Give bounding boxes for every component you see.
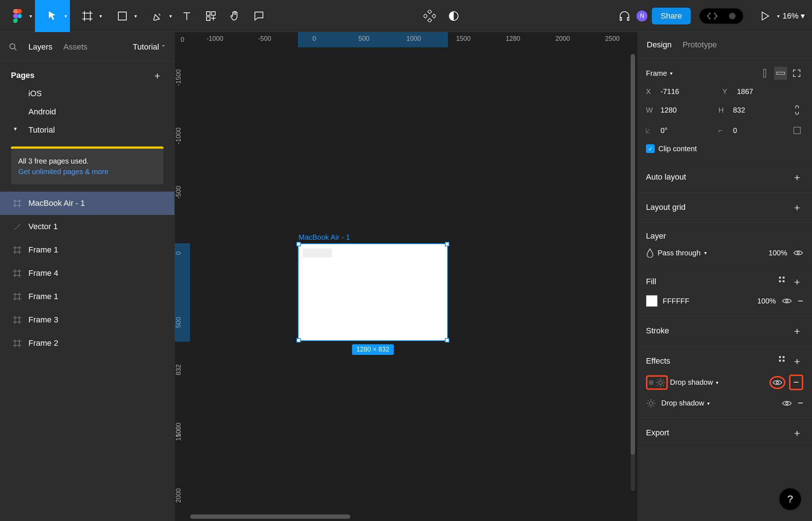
move-tool[interactable]: ▾	[35, 0, 70, 32]
layer-row[interactable]: MacBook Air - 1	[0, 192, 174, 215]
fill-opacity[interactable]: 100%	[757, 297, 776, 305]
audio-button[interactable]	[612, 0, 636, 32]
h-input[interactable]	[732, 106, 776, 115]
tab-assets[interactable]: Assets	[63, 42, 87, 52]
resize-horizontal-button[interactable]	[774, 67, 787, 80]
hand-tool[interactable]	[223, 0, 247, 32]
shape-tool[interactable]: ▾	[105, 0, 140, 32]
remove-fill[interactable]: −	[798, 295, 803, 307]
share-button[interactable]: Share	[652, 8, 691, 24]
resize-vertical-button[interactable]	[758, 67, 771, 80]
layer-row[interactable]: Frame 1	[0, 238, 174, 262]
remove-effect-1[interactable]: −	[791, 377, 801, 388]
page-item-android[interactable]: Android	[0, 103, 174, 121]
svg-rect-13	[777, 72, 785, 74]
help-button[interactable]: ?	[779, 488, 801, 510]
tab-prototype[interactable]: Prototype	[682, 40, 717, 50]
add-layout-grid[interactable]: ＋	[791, 201, 803, 214]
add-fill[interactable]: ＋	[791, 275, 803, 288]
frame-preset-dropdown[interactable]: Frame▾	[646, 69, 673, 78]
x-input[interactable]	[660, 87, 703, 96]
add-stroke[interactable]: ＋	[791, 325, 803, 337]
horizontal-ruler: -1000-500050010001500128020002500	[190, 32, 637, 47]
style-icon[interactable]	[778, 275, 786, 283]
text-tool[interactable]	[175, 0, 199, 32]
add-export[interactable]: ＋	[791, 427, 803, 439]
search-icon[interactable]	[9, 43, 17, 51]
hand-icon	[230, 11, 240, 21]
effect-type-dropdown-2[interactable]: Drop shadow▾	[661, 399, 710, 407]
page-item-ios[interactable]: iOS	[0, 85, 174, 103]
effect-settings-icon[interactable]	[655, 377, 666, 388]
radius-icon: ⌐	[718, 126, 729, 135]
highlight-ring-3: −	[789, 375, 803, 390]
blend-mode-dropdown[interactable]: Pass through▾	[646, 248, 707, 258]
layer-opacity-value[interactable]: 100%	[769, 249, 787, 257]
add-page-button[interactable]: ＋	[151, 69, 163, 82]
present-button[interactable]: ▾	[748, 0, 783, 32]
style-icon[interactable]	[778, 355, 786, 363]
resources-tool[interactable]	[199, 0, 223, 32]
pen-tool[interactable]: ▾	[140, 0, 175, 32]
ruler-tick: -1500	[175, 69, 182, 86]
page-item-tutorial[interactable]: Tutorial	[0, 121, 174, 139]
highlight-ring-2	[769, 376, 785, 389]
w-input[interactable]	[660, 106, 703, 115]
add-effect[interactable]: ＋	[791, 355, 803, 367]
drag-handle-icon[interactable]	[648, 380, 654, 385]
tab-layers[interactable]: Layers	[28, 42, 52, 52]
frame-label[interactable]: MacBook Air - 1	[299, 233, 350, 242]
resize-fit-button[interactable]	[790, 67, 803, 80]
independent-corners[interactable]	[791, 124, 803, 137]
comment-tool[interactable]	[247, 0, 271, 32]
eye-icon[interactable]	[793, 249, 803, 256]
ruler-selection-v	[175, 243, 190, 342]
dev-mode-toggle[interactable]	[699, 8, 743, 24]
eye-icon[interactable]	[782, 400, 792, 407]
eye-icon[interactable]	[782, 297, 792, 305]
tab-design[interactable]: Design	[647, 40, 671, 50]
resize-h-icon	[776, 70, 785, 77]
main-menu-button[interactable]: ▾	[0, 0, 35, 32]
svg-point-26	[776, 381, 779, 384]
ruler-tick: 1500	[438, 32, 488, 47]
chevron-down-icon: ⌃	[161, 44, 166, 50]
dark-mode-toggle[interactable]	[442, 0, 466, 32]
add-auto-layout[interactable]: ＋	[791, 171, 803, 183]
canvas[interactable]: 0 -1000-500050010001500128020002500 -150…	[175, 32, 637, 521]
constrain-proportions[interactable]	[791, 103, 803, 117]
layer-row[interactable]: Frame 2	[0, 332, 174, 355]
eye-icon[interactable]	[772, 379, 783, 386]
svg-point-19	[783, 280, 785, 282]
effect-type-dropdown-1[interactable]: Drop shadow▾	[670, 378, 718, 387]
layer-row[interactable]: Frame 1	[0, 285, 174, 308]
zoom-menu[interactable]: 16%▾	[783, 11, 812, 21]
plugins-button[interactable]	[418, 0, 442, 32]
effect-settings-icon[interactable]	[646, 398, 656, 408]
file-name-dropdown[interactable]: Tutorial⌃	[133, 42, 166, 52]
rotation-input[interactable]	[660, 126, 703, 135]
ruler-tick: 832	[175, 364, 182, 375]
chevron-down-icon: ▾	[670, 70, 673, 76]
layer-row[interactable]: Frame 4	[0, 262, 174, 285]
remove-effect-2[interactable]: −	[798, 397, 803, 409]
clip-content-checkbox[interactable]: ✓	[646, 144, 655, 153]
horizontal-scrollbar[interactable]	[190, 514, 350, 519]
upgrade-link[interactable]: Get unlimited pages & more	[18, 168, 109, 176]
right-panel: Design Prototype Frame▾ X Y W H ⟀ ⌐	[637, 32, 812, 521]
frame-tool[interactable]: ▾	[70, 0, 105, 32]
fill-hex[interactable]: FFFFFF	[663, 297, 689, 305]
upgrade-notice: All 3 free pages used. Get unlimited pag…	[11, 146, 163, 184]
left-panel: Layers Assets Tutorial⌃ Pages ＋ iOS Andr…	[0, 32, 175, 521]
radius-input[interactable]	[732, 126, 776, 135]
clip-content-row[interactable]: ✓ Clip content	[637, 141, 812, 157]
layer-row[interactable]: Frame 3	[0, 308, 174, 332]
avatar[interactable]: N	[636, 11, 647, 21]
svg-point-17	[783, 277, 785, 279]
y-input[interactable]	[736, 87, 780, 96]
selected-frame[interactable]: MacBook Air - 1 1280 × 832	[298, 243, 448, 341]
layer-row[interactable]: Vector 1	[0, 215, 174, 238]
fill-swatch[interactable]	[646, 295, 658, 307]
chevron-down-icon: ▾	[801, 11, 805, 21]
vertical-scrollbar[interactable]	[631, 54, 635, 491]
